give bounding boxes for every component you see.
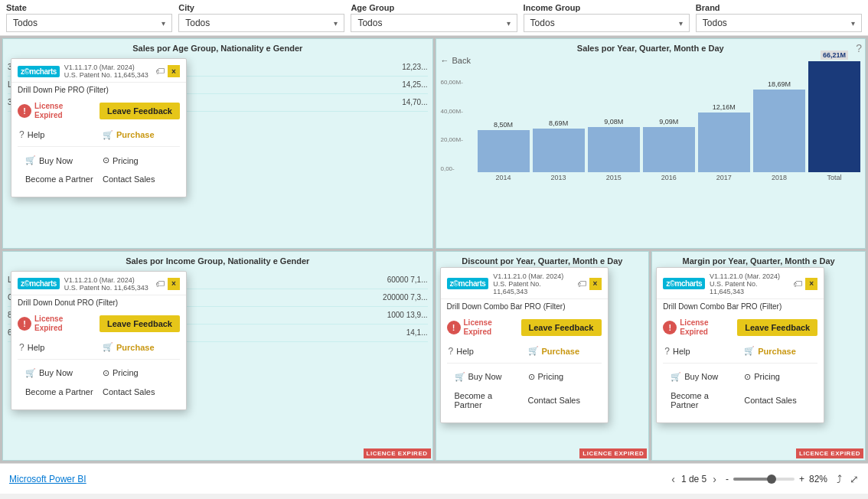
bar-2014: 8,50M 2014: [478, 121, 530, 181]
become-partner-action[interactable]: Become a Partner: [24, 172, 96, 186]
filter-city-label: City: [178, 3, 344, 12]
help-action[interactable]: ? Help: [18, 126, 96, 143]
zoomcharts-logo-4: z©mcharts: [663, 278, 705, 289]
popup-type-label: Drill Down Pie PRO (Filter): [11, 83, 186, 97]
popup-income-group: z©mcharts V1.11.21.0 (Mar. 2024) U.S. Pa…: [11, 271, 187, 410]
zoom-level: 82%: [809, 474, 827, 484]
buy-now-action-4[interactable]: 🛒 Buy Now: [669, 370, 738, 384]
prev-page-button[interactable]: ‹: [671, 473, 675, 485]
back-button[interactable]: ← Back: [441, 56, 861, 65]
fullscreen-icon[interactable]: ⤢: [850, 473, 859, 485]
purchase-action-2[interactable]: 🛒 Purchase: [101, 339, 180, 356]
filter-brand-label: Brand: [696, 3, 862, 12]
purchase-icon-4: 🛒: [744, 346, 755, 356]
filter-income-select[interactable]: Todos ▾: [524, 14, 690, 32]
filter-age-select[interactable]: Todos ▾: [351, 14, 517, 32]
popup-margin: z©mcharts V1.11.21.0 (Mar. 2024) U.S. Pa…: [656, 267, 824, 423]
share-icon[interactable]: ⤴: [837, 473, 842, 485]
cart-icon-4: 🛒: [671, 372, 681, 382]
help-action-4[interactable]: ? Help: [663, 343, 738, 360]
filter-brand-select[interactable]: Todos ▾: [696, 14, 862, 32]
popup-type-label-3: Drill Down Combo Bar PRO (Filter): [441, 299, 608, 314]
leave-feedback-button-4[interactable]: Leave Feedback: [737, 319, 817, 336]
close-button-3[interactable]: ×: [589, 278, 602, 290]
buy-now-action[interactable]: 🛒 Buy Now: [24, 153, 96, 168]
chevron-down-icon: ▾: [334, 19, 338, 28]
pbi-link[interactable]: Microsoft Power BI: [9, 474, 86, 484]
purchase-action-3[interactable]: 🛒 Purchase: [527, 343, 602, 360]
filter-state-label: State: [6, 3, 172, 12]
leave-feedback-button-3[interactable]: Leave Feedback: [521, 319, 602, 336]
leave-feedback-button[interactable]: Leave Feedback: [100, 103, 180, 119]
zoom-slider[interactable]: [733, 478, 795, 481]
filter-city-select[interactable]: Todos ▾: [178, 14, 344, 32]
cart-icon-2: 🛒: [25, 368, 36, 378]
zoomcharts-logo-2: z©mcharts: [18, 278, 60, 289]
bottom-icons: ⤴ ⤢: [837, 473, 859, 485]
popup-type-label-2: Drill Down Donut PRO (Filter): [11, 295, 186, 310]
zoom-plus-button[interactable]: +: [799, 474, 804, 484]
purchase-icon-3: 🛒: [528, 346, 539, 356]
purchase-action-4[interactable]: 🛒 Purchase: [742, 343, 817, 360]
help-icon-4: ?: [664, 346, 670, 357]
help-icon: ?: [19, 129, 24, 140]
license-status-2: LicenseExpired: [34, 315, 63, 333]
pricing-action-3[interactable]: ⊙ Pricing: [527, 370, 596, 384]
help-circle-icon[interactable]: ?: [856, 42, 862, 54]
bar-2017: 12,16M 2017: [698, 103, 750, 181]
contact-sales-action[interactable]: Contact Sales: [101, 172, 174, 186]
panel-margin: Margin por Year, Quarter, Month e Day ← …: [651, 251, 866, 461]
filter-state: State Todos ▾: [6, 3, 172, 32]
help-icon-2: ?: [19, 342, 24, 353]
zoom-minus-button[interactable]: -: [726, 474, 729, 484]
zoom-thumb[interactable]: [767, 475, 776, 484]
zoom-controls: - + 82%: [726, 474, 827, 484]
tag-icon-2[interactable]: 🏷: [155, 279, 165, 289]
error-icon-2: !: [18, 317, 31, 331]
tag-icon-3[interactable]: 🏷: [577, 279, 586, 289]
license-status-3: LicenseExpired: [464, 318, 492, 337]
buy-now-action-2[interactable]: 🛒 Buy Now: [24, 366, 96, 380]
become-partner-action-4[interactable]: Become a Partner: [669, 389, 738, 412]
close-button-2[interactable]: ×: [168, 278, 180, 290]
error-icon-3: !: [447, 321, 461, 334]
purchase-action[interactable]: 🛒 Purchase: [101, 126, 180, 143]
filter-brand: Brand Todos ▾: [696, 3, 862, 32]
pricing-action[interactable]: ⊙ Pricing: [101, 153, 174, 168]
panel-discount: Discount por Year, Quarter, Month e Day …: [436, 251, 650, 461]
contact-sales-action-4[interactable]: Contact Sales: [742, 389, 811, 412]
next-page-button[interactable]: ›: [713, 473, 716, 485]
contact-sales-action-2[interactable]: Contact Sales: [101, 385, 174, 399]
help-action-3[interactable]: ? Help: [447, 343, 522, 360]
bottom-bar: Microsoft Power BI ‹ 1 de 5 › - + 82% ⤴ …: [0, 463, 868, 494]
chevron-down-icon: ▾: [851, 19, 855, 28]
pricing-action-2[interactable]: ⊙ Pricing: [101, 366, 174, 380]
filter-age-label: Age Group: [351, 3, 517, 12]
purchase-icon: 🛒: [103, 130, 113, 140]
contact-sales-action-3[interactable]: Contact Sales: [527, 389, 596, 412]
tag-icon-4[interactable]: 🏷: [793, 279, 802, 289]
back-arrow-icon: ←: [441, 56, 449, 65]
filter-state-select[interactable]: Todos ▾: [6, 14, 172, 32]
buy-now-action-3[interactable]: 🛒 Buy Now: [453, 370, 522, 384]
cart-icon: 🛒: [25, 155, 36, 165]
chevron-down-icon: ▾: [679, 19, 683, 28]
chart-title-discount: Discount por Year, Quarter, Month e Day: [441, 256, 644, 266]
chart-title-income: Sales por Income Group, Nationality e Ge…: [8, 256, 428, 266]
page-navigation: ‹ 1 de 5 ›: [671, 473, 716, 485]
become-partner-action-2[interactable]: Become a Partner: [24, 385, 96, 399]
tag-icon[interactable]: 🏷: [155, 66, 165, 77]
pricing-action-4[interactable]: ⊙ Pricing: [742, 370, 811, 384]
close-button[interactable]: ×: [168, 65, 180, 77]
close-button-4[interactable]: ×: [805, 278, 817, 290]
zoomcharts-logo-3: z©mcharts: [447, 278, 489, 289]
license-status-4: LicenseExpired: [680, 318, 708, 337]
panel-age-group: Sales por Age Group, Nationality e Gende…: [2, 38, 433, 249]
filter-age-group: Age Group Todos ▾: [351, 3, 517, 32]
cart-icon-3: 🛒: [455, 372, 465, 382]
popup-discount: z©mcharts V1.11.21.0 (Mar. 2024) U.S. Pa…: [440, 267, 609, 423]
chart-title-year: Sales por Year, Quarter, Month e Day: [441, 44, 861, 53]
help-action-2[interactable]: ? Help: [18, 339, 96, 356]
leave-feedback-button-2[interactable]: Leave Feedback: [100, 315, 180, 332]
become-partner-action-3[interactable]: Become a Partner: [453, 389, 522, 412]
